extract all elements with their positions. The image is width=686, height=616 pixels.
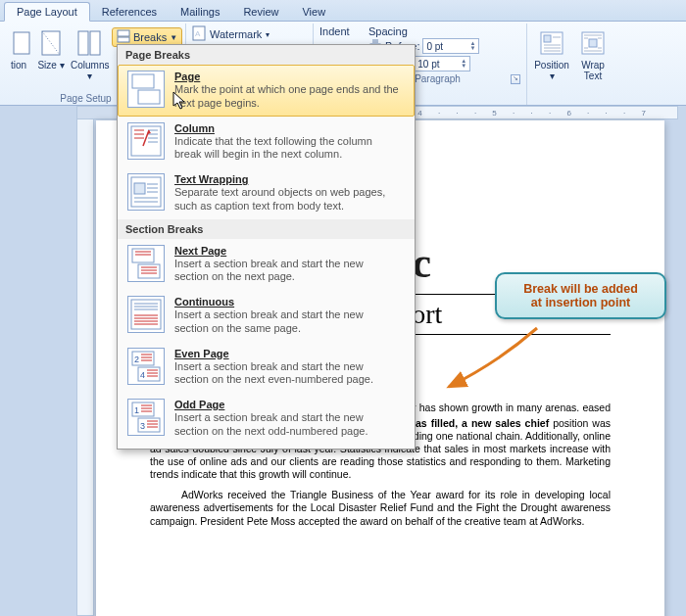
position-button[interactable]: Position ▾ bbox=[533, 25, 570, 81]
menu-item-next-page[interactable]: Next Page Insert a section break and sta… bbox=[118, 239, 415, 291]
svg-text:1: 1 bbox=[134, 405, 139, 415]
dialog-launcher-paragraph[interactable] bbox=[511, 74, 520, 84]
wrap-text-icon bbox=[577, 27, 609, 59]
wrap-text-button[interactable]: Wrap Text bbox=[574, 25, 612, 81]
spinner-arrows-icon[interactable]: ▲▼ bbox=[461, 59, 466, 69]
svg-rect-15 bbox=[138, 90, 160, 104]
svg-rect-13 bbox=[589, 39, 597, 47]
spacing-label: Spacing bbox=[368, 25, 520, 37]
menu-item-title: Column bbox=[174, 122, 400, 134]
document-paragraph: AdWorks received the Triangle Business o… bbox=[150, 489, 611, 527]
svg-rect-3 bbox=[90, 31, 100, 55]
continuous-icon bbox=[127, 296, 165, 333]
menu-item-desc: Insert a section break and start the new… bbox=[174, 308, 400, 336]
svg-rect-5 bbox=[118, 37, 129, 42]
tab-review[interactable]: Review bbox=[231, 3, 290, 21]
text-wrapping-break-icon bbox=[127, 173, 165, 211]
group-arrange: Position ▾ Wrap Text bbox=[527, 24, 617, 105]
menu-item-text-wrapping-break[interactable]: Text Wrapping Separate text around objec… bbox=[118, 167, 415, 219]
svg-text:4: 4 bbox=[140, 370, 145, 380]
tab-references[interactable]: References bbox=[90, 3, 169, 21]
menu-item-column-break[interactable]: Column Indicate that the text following … bbox=[118, 117, 415, 168]
svg-text:A: A bbox=[195, 29, 201, 38]
menu-item-odd-page[interactable]: 13 Odd Page Insert a section break and s… bbox=[118, 393, 415, 445]
breaks-icon bbox=[117, 29, 130, 45]
svg-text:3: 3 bbox=[140, 421, 145, 431]
columns-button[interactable]: Columns ▾ bbox=[71, 25, 108, 81]
menu-header-page-breaks: Page Breaks bbox=[118, 45, 415, 65]
svg-rect-1 bbox=[42, 31, 60, 55]
watermark-icon: A bbox=[192, 25, 206, 43]
menu-item-title: Page bbox=[174, 71, 400, 82]
svg-rect-20 bbox=[132, 249, 154, 262]
menu-item-title: Continuous bbox=[174, 296, 400, 308]
orientation-icon bbox=[6, 27, 37, 59]
menu-item-page-break[interactable]: Page Mark the point at which one page en… bbox=[118, 65, 415, 117]
position-icon bbox=[536, 27, 567, 59]
menu-item-title: Next Page bbox=[174, 245, 400, 257]
ribbon-tab-row: Page Layout References Mailings Review V… bbox=[0, 0, 686, 22]
menu-item-continuous[interactable]: Continuous Insert a section break and st… bbox=[118, 290, 415, 342]
even-page-icon: 24 bbox=[127, 348, 165, 385]
size-button[interactable]: Size ▾ bbox=[35, 25, 67, 71]
menu-item-desc: Indicate that the text following the col… bbox=[174, 135, 400, 163]
svg-rect-2 bbox=[78, 31, 88, 55]
chevron-down-icon: ▼ bbox=[170, 33, 177, 42]
annotation-arrow bbox=[439, 323, 547, 402]
tab-mailings[interactable]: Mailings bbox=[169, 3, 231, 21]
svg-rect-21 bbox=[138, 264, 160, 278]
chevron-down-icon: ▾ bbox=[266, 30, 270, 39]
menu-item-title: Odd Page bbox=[174, 399, 400, 410]
next-page-icon bbox=[127, 245, 165, 282]
vertical-ruler[interactable] bbox=[76, 118, 94, 616]
tab-page-layout[interactable]: Page Layout bbox=[4, 2, 90, 22]
svg-rect-11 bbox=[544, 35, 551, 42]
orientation-button[interactable]: tion bbox=[6, 25, 31, 71]
menu-header-section-breaks: Section Breaks bbox=[118, 219, 415, 239]
tab-view[interactable]: View bbox=[290, 3, 337, 21]
svg-text:2: 2 bbox=[134, 355, 139, 364]
menu-item-title: Even Page bbox=[174, 348, 400, 359]
breaks-dropdown-menu: Page Breaks Page Mark the point at which… bbox=[117, 44, 416, 450]
menu-item-desc: Insert a section break and start the new… bbox=[174, 258, 400, 285]
svg-rect-0 bbox=[14, 32, 29, 54]
annotation-callout: Break will be added at insertion point bbox=[495, 272, 666, 319]
watermark-button[interactable]: A Watermark ▾ bbox=[192, 25, 270, 43]
menu-item-even-page[interactable]: 24 Even Page Insert a section break and … bbox=[118, 342, 415, 394]
menu-item-desc: Separate text around objects on web page… bbox=[174, 186, 400, 213]
menu-item-title: Text Wrapping bbox=[174, 173, 400, 185]
menu-item-desc: Mark the point at which one page ends an… bbox=[174, 83, 400, 111]
spinner-arrows-icon[interactable]: ▲▼ bbox=[470, 41, 476, 51]
columns-icon bbox=[74, 27, 105, 59]
svg-rect-14 bbox=[132, 74, 154, 88]
indent-label: Indent bbox=[319, 25, 357, 37]
svg-rect-19 bbox=[134, 183, 145, 194]
page-break-icon bbox=[127, 71, 165, 108]
size-icon bbox=[35, 27, 67, 59]
odd-page-icon: 13 bbox=[127, 399, 165, 436]
spacing-before-input[interactable]: 0 pt ▲▼ bbox=[422, 38, 479, 54]
spacing-after-input[interactable]: 10 pt ▲▼ bbox=[414, 56, 470, 71]
menu-item-desc: Insert a section break and start the new… bbox=[174, 411, 400, 439]
menu-item-desc: Insert a section break and start the new… bbox=[174, 360, 400, 388]
column-break-icon bbox=[127, 122, 165, 160]
svg-rect-4 bbox=[118, 30, 129, 36]
